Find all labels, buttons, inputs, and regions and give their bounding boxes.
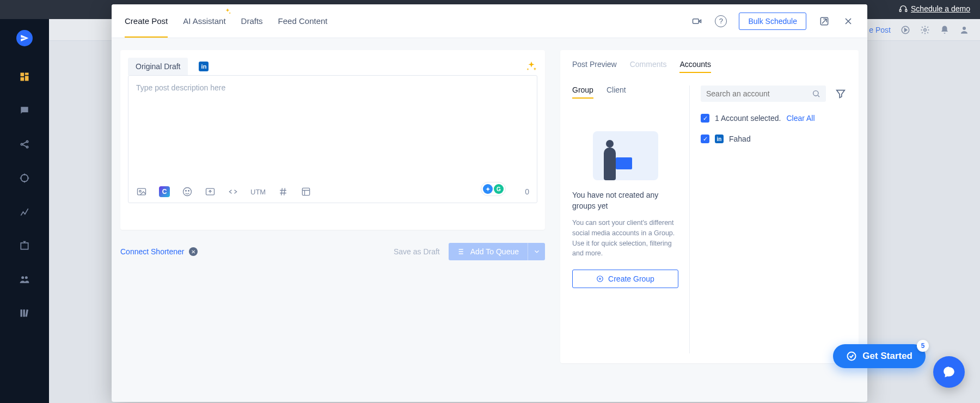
get-started-badge: 5 (917, 340, 929, 352)
nav-target[interactable] (16, 169, 33, 187)
right-pane-body: Group Client You have not created any gr… (572, 86, 847, 353)
tab-client[interactable]: Client (607, 86, 626, 99)
modal-tabs: Create Post AI Assistant Drafts Feed Con… (125, 4, 328, 38)
nav-library[interactable] (16, 304, 33, 322)
account-search-box[interactable] (701, 86, 826, 102)
plus-circle-icon (596, 275, 604, 283)
library-icon (19, 308, 30, 319)
chat-icon (942, 365, 956, 379)
account-name: Fahad (729, 135, 751, 143)
nav-analytics[interactable] (16, 203, 33, 221)
search-icon (812, 89, 820, 98)
paper-plane-icon (20, 34, 29, 42)
tab-drafts[interactable]: Drafts (241, 4, 263, 38)
app-logo[interactable] (16, 30, 33, 46)
chevron-down-icon (533, 248, 541, 255)
team-icon (19, 274, 30, 285)
connect-shortener-link[interactable]: Connect Shortener ✕ (120, 247, 198, 256)
create-group-button[interactable]: Create Group (572, 270, 678, 288)
headset-icon (899, 4, 908, 13)
dashboard-icon (19, 71, 30, 82)
modal-header-actions: ? Bulk Schedule (691, 13, 854, 30)
right-pane-tabs: Post Preview Comments Accounts (572, 60, 847, 74)
composer-pane: Original Draft in Type post description … (120, 50, 545, 230)
video-icon[interactable] (691, 15, 703, 27)
compose-toolbar: C UTM 0 (128, 180, 537, 203)
shortener-remove-icon[interactable]: ✕ (189, 247, 198, 256)
tab-feed-content[interactable]: Feed Content (278, 4, 328, 38)
nav-comments[interactable] (16, 102, 33, 119)
queue-icon (457, 247, 466, 256)
assist-dot-1[interactable]: ✦ (483, 184, 493, 194)
check-circle-icon (846, 351, 857, 362)
tab-ai-assistant[interactable]: AI Assistant (183, 4, 225, 38)
svg-rect-13 (21, 309, 22, 316)
accounts-column: ✓ 1 Account selected. Clear All ✓ in Fah… (689, 86, 847, 353)
close-icon[interactable] (842, 15, 854, 27)
nav-share[interactable] (16, 136, 33, 153)
ai-sparkle-icon[interactable] (525, 60, 537, 72)
emoji-icon[interactable] (182, 186, 193, 197)
grammarly-icon[interactable]: G (494, 184, 504, 194)
tab-create-post[interactable]: Create Post (125, 4, 168, 38)
canva-icon[interactable]: C (159, 186, 170, 197)
get-started-button[interactable]: Get Started 5 (833, 344, 926, 368)
modal-header: Create Post AI Assistant Drafts Feed Con… (112, 4, 867, 38)
linkedin-variant-chip[interactable]: in (199, 62, 209, 71)
linkedin-icon: in (715, 135, 724, 143)
image-upload-icon[interactable] (205, 186, 216, 197)
empty-groups-title: You have not created any groups yet (572, 190, 678, 211)
post-description-input[interactable]: Type post description here (128, 76, 537, 180)
sparkle-icon (224, 8, 231, 15)
svg-rect-19 (693, 19, 699, 23)
bulk-schedule-button[interactable]: Bulk Schedule (739, 13, 806, 30)
tab-accounts[interactable]: Accounts (679, 60, 711, 73)
svg-point-12 (25, 276, 28, 279)
schedule-demo-link[interactable]: Schedule a demo (899, 4, 970, 13)
chat-bubble-button[interactable] (933, 356, 965, 388)
account-search-input[interactable] (706, 89, 812, 98)
svg-rect-0 (899, 9, 901, 11)
select-all-checkbox[interactable]: ✓ (701, 114, 709, 123)
external-icon[interactable] (818, 15, 830, 27)
svg-rect-4 (25, 76, 29, 81)
save-as-draft-button[interactable]: Save as Draft (394, 247, 440, 256)
svg-point-25 (188, 191, 189, 192)
hashtag-icon[interactable] (278, 186, 289, 197)
svg-point-11 (21, 276, 24, 279)
svg-rect-5 (21, 77, 24, 81)
svg-point-24 (186, 191, 187, 192)
queue-main[interactable]: Add To Queue (449, 243, 528, 260)
media-icon[interactable] (136, 186, 147, 197)
account-checkbox[interactable]: ✓ (701, 135, 709, 143)
empty-groups-body: You can sort your client's different soc… (572, 218, 678, 259)
create-post-modal: Create Post AI Assistant Drafts Feed Con… (112, 4, 867, 402)
svg-rect-2 (21, 73, 24, 77)
account-row[interactable]: ✓ in Fahad (701, 135, 847, 143)
selected-summary: ✓ 1 Account selected. Clear All (701, 114, 847, 123)
inbox-icon (19, 240, 30, 251)
right-pane: Post Preview Comments Accounts Group Cli… (560, 50, 859, 363)
nav-inbox[interactable] (16, 237, 33, 254)
tab-original-draft[interactable]: Original Draft (128, 58, 188, 75)
svg-point-7 (26, 141, 28, 142)
nav-team[interactable] (16, 271, 33, 288)
code-icon[interactable] (228, 186, 238, 197)
compose-area: Type post description here ✦ G C UTM (128, 75, 537, 203)
svg-rect-1 (905, 9, 907, 11)
share-icon (19, 139, 30, 150)
utm-button[interactable]: UTM (250, 186, 266, 197)
template-icon[interactable] (301, 186, 311, 197)
tab-group[interactable]: Group (572, 86, 593, 99)
help-icon[interactable]: ? (715, 15, 727, 27)
clear-all-link[interactable]: Clear All (786, 114, 814, 123)
filter-icon[interactable] (835, 88, 847, 100)
tab-comments-right[interactable]: Comments (630, 60, 667, 73)
tab-post-preview[interactable]: Post Preview (572, 60, 617, 73)
group-client-tabs: Group Client (572, 86, 678, 99)
queue-caret[interactable] (528, 243, 545, 260)
account-search-row (701, 86, 847, 102)
empty-groups-illustration (593, 131, 658, 180)
add-to-queue-button[interactable]: Add To Queue (449, 243, 545, 260)
nav-dashboard[interactable] (16, 68, 33, 86)
